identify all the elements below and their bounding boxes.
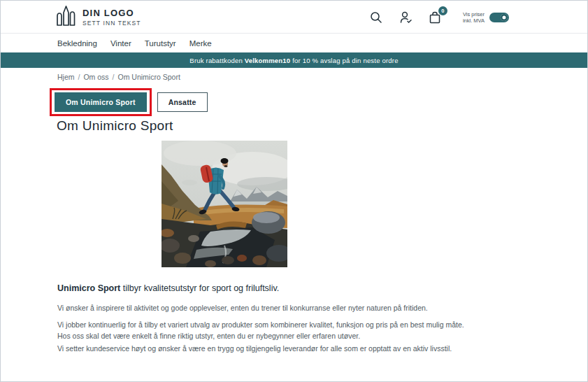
lead-bold: Unimicro Sport	[57, 283, 120, 293]
body-paragraph-3: Vi setter kundeservice høyt og ønsker å …	[57, 343, 538, 354]
main-nav: Bekledning Vinter Turutstyr Merke	[1, 34, 587, 52]
promo-text-suffix: for 10 % avslag på din neste ordre	[290, 57, 398, 64]
tab-row: Om Unimicro Sport Ansatte	[50, 88, 208, 116]
nav-item-vinter[interactable]: Vinter	[110, 39, 131, 48]
header-actions: 0 Vis priser inkl. MVA	[369, 1, 509, 34]
vat-toggle-knob	[501, 14, 508, 21]
lead-paragraph: Unimicro Sport tilbyr kvalitetsutstyr fo…	[57, 283, 279, 293]
nav-item-merke[interactable]: Merke	[189, 39, 212, 48]
logo[interactable]: DIN LOGO SETT INN TEKST	[55, 3, 141, 30]
vat-toggle-label: Vis priser inkl. MVA	[463, 11, 485, 24]
breadcrumb-om-oss[interactable]: Om oss	[83, 73, 108, 81]
lead-rest: tilbyr kvalitetsutstyr for sport og fril…	[120, 283, 279, 293]
breadcrumb: Hjem / Om oss / Om Unimicro Sport	[57, 73, 180, 81]
cart-button[interactable]: 0	[428, 10, 442, 24]
page-title: Om Unimicro Sport	[57, 118, 173, 134]
logo-title: DIN LOGO	[83, 8, 141, 18]
nav-item-bekledning[interactable]: Bekledning	[57, 39, 97, 48]
vat-toggle[interactable]	[489, 13, 509, 22]
header: DIN LOGO SETT INN TEKST 0	[1, 1, 587, 34]
promo-text-prefix: Bruk rabattkoden	[189, 57, 244, 64]
breadcrumb-separator: /	[113, 73, 115, 81]
body-paragraph-2: Vi jobber kontinuerlig for å tilby et va…	[57, 319, 538, 341]
nav-item-turutstyr[interactable]: Turutstyr	[145, 39, 176, 48]
promo-code: Velkommen10	[245, 57, 291, 64]
search-icon[interactable]	[369, 10, 383, 24]
account-check-icon[interactable]	[399, 10, 413, 24]
storefront-page: DIN LOGO SETT INN TEKST 0	[0, 0, 588, 382]
breadcrumb-current: Om Unimicro Sport	[118, 73, 180, 81]
breadcrumb-separator: /	[78, 73, 80, 81]
promo-banner: Bruk rabattkoden Velkommen10 for 10 % av…	[1, 52, 587, 68]
annotation-highlight: Om Unimicro Sport	[50, 88, 152, 116]
body-paragraph-1: Vi ønsker å inspirere til aktivitet og g…	[57, 302, 538, 313]
logo-subtitle: SETT INN TEKST	[83, 20, 141, 27]
tab-om-unimicro-sport[interactable]: Om Unimicro Sport	[55, 92, 147, 112]
tab-ansatte[interactable]: Ansatte	[157, 92, 208, 112]
cart-count-badge: 0	[438, 6, 447, 15]
vat-toggle-group: Vis priser inkl. MVA	[463, 11, 509, 24]
hero-image	[162, 141, 287, 267]
buildings-logo-icon	[55, 3, 76, 30]
breadcrumb-home[interactable]: Hjem	[57, 73, 75, 81]
